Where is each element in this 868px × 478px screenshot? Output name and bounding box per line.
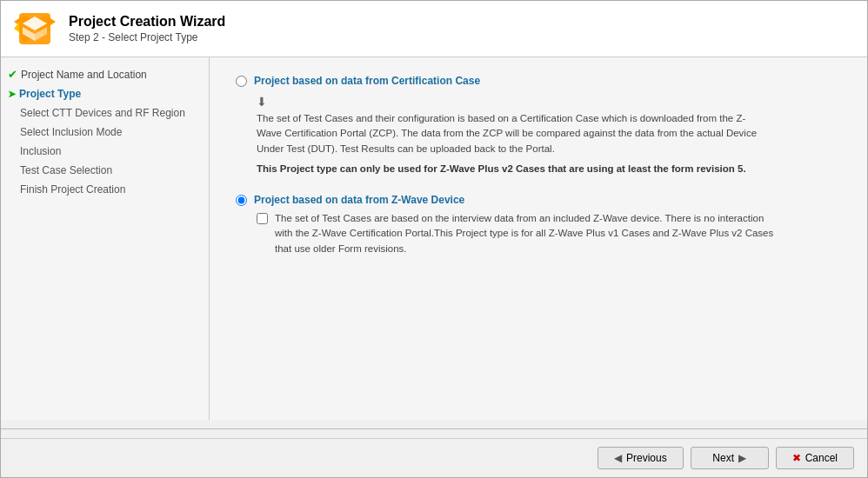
sidebar-label-project-type: Project Type	[19, 88, 81, 100]
wizard-title: Project Creation Wizard	[69, 14, 225, 30]
option1-row[interactable]: Project based on data from Certification…	[236, 75, 841, 87]
sidebar: ✔ Project Name and Location ➤ Project Ty…	[1, 57, 210, 420]
option2-checkbox-row: The set of Test Cases are based on the i…	[257, 211, 778, 256]
sidebar-item-inclusion-mode[interactable]: Select Inclusion Mode	[1, 123, 209, 142]
option2-label[interactable]: Project based on data from Z-Wave Device	[254, 194, 464, 206]
sidebar-item-test-case[interactable]: Test Case Selection	[1, 161, 209, 180]
app-logo	[14, 8, 56, 50]
next-button[interactable]: Next ▶	[691, 447, 769, 469]
sidebar-item-ctt-devices[interactable]: Select CTT Devices and RF Region	[1, 103, 209, 123]
body-container: ✔ Project Name and Location ➤ Project Ty…	[1, 57, 867, 420]
sidebar-label-ctt-devices: Select CTT Devices and RF Region	[20, 107, 185, 119]
option1-radio[interactable]	[236, 76, 247, 87]
check-icon: ✔	[8, 68, 17, 81]
prev-arrow-icon: ◀	[614, 452, 622, 464]
cancel-x-icon: ✖	[792, 452, 801, 464]
wizard-subtitle: Step 2 - Select Project Type	[69, 31, 225, 43]
cancel-label: Cancel	[805, 452, 838, 464]
next-arrow-icon: ▶	[738, 452, 746, 464]
sidebar-label-inclusion-mode: Select Inclusion Mode	[20, 126, 122, 138]
download-icon: ⬇	[257, 93, 267, 111]
next-label: Next	[712, 452, 734, 464]
sidebar-label-inclusion: Inclusion	[20, 145, 61, 157]
main-container: Project Creation Wizard Step 2 - Select …	[0, 0, 868, 478]
sidebar-label-test-case: Test Case Selection	[20, 164, 112, 176]
footer: ◀ Previous Next ▶ ✖ Cancel	[1, 438, 867, 477]
cancel-button[interactable]: ✖ Cancel	[776, 447, 854, 469]
option1-label[interactable]: Project based on data from Certification…	[254, 75, 480, 87]
option1-detail: ⬇ The set of Test Cases and their config…	[257, 92, 778, 176]
sidebar-item-inclusion[interactable]: Inclusion	[1, 142, 209, 161]
sidebar-item-project-name[interactable]: ✔ Project Name and Location	[1, 64, 209, 84]
option1-detail-text: The set of Test Cases and their configur…	[257, 111, 761, 156]
option2-block: Project based on data from Z-Wave Device…	[236, 194, 841, 256]
main-content: Project based on data from Certification…	[210, 57, 867, 420]
sidebar-label-finish: Finish Project Creation	[20, 183, 125, 196]
footer-divider	[1, 428, 867, 429]
sidebar-item-finish[interactable]: Finish Project Creation	[1, 180, 209, 199]
header: Project Creation Wizard Step 2 - Select …	[1, 1, 867, 57]
option2-radio[interactable]	[236, 195, 247, 206]
sidebar-item-project-type[interactable]: ➤ Project Type	[1, 84, 209, 103]
previous-button[interactable]: ◀ Previous	[598, 447, 684, 469]
option1-bold-note: This Project type can only be used for Z…	[257, 162, 778, 176]
option2-detail-text: The set of Test Cases are based on the i…	[275, 211, 778, 256]
previous-label: Previous	[626, 452, 667, 464]
option2-row[interactable]: Project based on data from Z-Wave Device	[236, 194, 841, 206]
header-text: Project Creation Wizard Step 2 - Select …	[69, 14, 225, 43]
arrow-icon: ➤	[8, 89, 16, 100]
option1-block: Project based on data from Certification…	[236, 75, 841, 176]
option2-detail: The set of Test Cases are based on the i…	[257, 211, 778, 256]
sidebar-label-project-name: Project Name and Location	[21, 69, 147, 81]
option2-checkbox[interactable]	[257, 213, 268, 224]
